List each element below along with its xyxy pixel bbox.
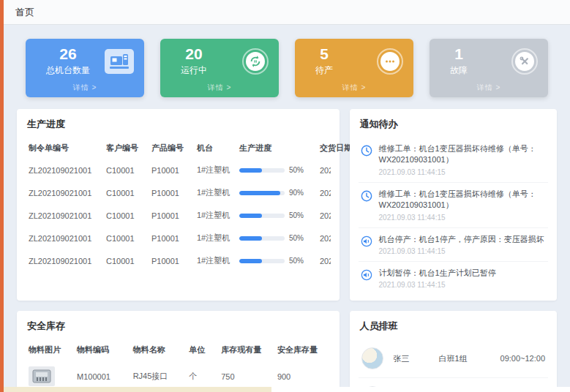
waiting-label: 待产 — [315, 64, 333, 77]
progress-bar — [239, 259, 285, 263]
stat-card-fault-figures: 1 故障 — [450, 45, 468, 77]
progress-label: 50% — [289, 234, 304, 242]
cell-product-no: P10001 — [149, 227, 194, 249]
background-window-strip — [4, 387, 271, 392]
progress-bar — [239, 214, 285, 218]
notification-body: 维修工单：机台1变压器损坏待维修（单号：WX202109031001） 2021… — [379, 189, 547, 222]
cell-delivery-date: 2021-09-10 — [317, 204, 331, 227]
header-safety-qty: 安全库存量 — [274, 339, 331, 361]
production-progress-panel: 生产进度 制令单编号 客户编号 产品编号 机台 生产进度 交货日期 ZL2021… — [17, 109, 340, 301]
safety-inventory-title: 安全库存 — [26, 318, 331, 339]
progress-bar — [239, 168, 285, 173]
fault-label: 故障 — [450, 64, 468, 77]
header-material-code: 物料编码 — [74, 339, 130, 361]
cell-unit: 个 — [186, 361, 218, 387]
notification-time: 2021.09.03 11:44:15 — [379, 168, 547, 176]
total-machines-detail-link[interactable]: 详情 > — [36, 83, 134, 93]
total-machines-value: 26 — [59, 45, 76, 62]
progress-label: 50% — [289, 211, 304, 219]
cell-progress: 50% — [236, 159, 317, 181]
cell-delivery-date: 2021-09-10 — [317, 159, 331, 181]
cell-customer-no: C10001 — [103, 227, 149, 249]
notification-item[interactable]: 维修工单：机台1变压器损坏待维修（单号：WX202109031001） 2021… — [359, 137, 548, 183]
notification-text: 维修工单：机台1变压器损坏待维修（单号：WX202109031001） — [379, 143, 547, 166]
notification-item[interactable]: 计划暂停：机台1生产计划已暂停 2021.09.03 11:44:15 — [359, 262, 548, 295]
cell-order-no: ZL202109021001 — [26, 249, 103, 272]
header-order-no: 制令单编号 — [26, 137, 103, 159]
inventory-row: M100001 RJ45接口 个 750 900 — [26, 361, 331, 387]
clock-icon — [360, 189, 373, 203]
stat-card-waiting-main: 5 待产 — [305, 45, 403, 77]
header-stock-qty: 库存现有量 — [218, 339, 274, 361]
avatar — [361, 347, 383, 369]
waiting-value: 5 — [320, 45, 329, 62]
window-accent-strip — [0, 0, 4, 392]
stat-card-fault-main: 1 故障 — [440, 45, 538, 77]
notification-time: 2021.09.03 11:44:15 — [379, 214, 547, 222]
header-delivery-date: 交货日期 — [317, 137, 331, 159]
fault-detail-link[interactable]: 详情 > — [440, 83, 538, 93]
page-title: 首页 — [15, 6, 34, 19]
notification-text: 维修工单：机台1变压器损坏待维修（单号：WX202109031001） — [379, 189, 547, 211]
cell-order-no: ZL202109021001 — [26, 204, 103, 227]
production-row: ZL202109021001 C10001 P10001 1#注塑机 50% 2… — [26, 227, 331, 249]
staff-schedule-title: 人员排班 — [359, 318, 548, 339]
staff-schedule-panel: 人员排班 张三 白班1组 09:00~12:00 李四 白班2组 12:00~1… — [350, 311, 557, 387]
progress-bar — [239, 236, 285, 241]
stat-card-running-figures: 20 运行中 — [181, 45, 207, 77]
cell-material-code: M100001 — [74, 361, 130, 387]
cell-material-name: RJ45接口 — [130, 361, 187, 387]
cell-material-image — [26, 361, 74, 387]
notifications-title: 通知待办 — [359, 116, 548, 137]
cell-safety-qty: 900 — [274, 361, 331, 387]
cell-machine: 1#注塑机 — [194, 181, 236, 204]
notifications-panel: 通知待办 维修工单：机台1变压器损坏待维修（单号：WX202109031001）… — [350, 109, 557, 301]
running-detail-link[interactable]: 详情 > — [170, 83, 269, 93]
background-window-strip-right — [271, 387, 570, 392]
more-dots-icon — [377, 48, 403, 75]
stat-card-running[interactable]: 20 运行中 详情 > — [160, 39, 279, 97]
stat-cards-row: 26 总机台数量 详情 > — [26, 39, 548, 97]
progress-label: 90% — [289, 189, 304, 197]
cell-customer-no: C10001 — [103, 249, 149, 272]
production-row: ZL202109021001 C10001 P10001 1#注塑机 50% 2… — [26, 159, 331, 181]
notification-item[interactable]: 维修工单：机台1变压器损坏待维修（单号：WX202109031001） 2021… — [359, 183, 548, 228]
cell-product-no: P10001 — [149, 181, 194, 204]
header-material-name: 物料名称 — [130, 339, 187, 361]
cell-stock-qty: 750 — [218, 361, 274, 387]
notification-time: 2021.09.03 11:44:15 — [379, 247, 544, 255]
cell-product-no: P10001 — [149, 159, 194, 181]
stat-card-waiting[interactable]: 5 待产 详情 > — [295, 39, 413, 97]
cell-progress: 50% — [236, 204, 317, 227]
inventory-table-header: 物料图片 物料编码 物料名称 单位 库存现有量 安全库存量 — [26, 339, 331, 361]
running-value: 20 — [185, 45, 202, 62]
stat-card-total-figures: 26 总机台数量 — [46, 45, 90, 77]
cell-customer-no: C10001 — [103, 204, 149, 227]
progress-bar — [239, 191, 285, 195]
cell-progress: 50% — [236, 249, 317, 272]
stat-card-waiting-figures: 5 待产 — [315, 45, 333, 77]
cell-machine: 1#注塑机 — [194, 249, 236, 272]
header-progress: 生产进度 — [236, 137, 317, 159]
cell-machine: 1#注塑机 — [194, 204, 236, 227]
stat-card-fault[interactable]: 1 故障 详情 > — [430, 39, 548, 97]
production-row: ZL202109021001 C10001 P10001 1#注塑机 90% 2… — [26, 181, 331, 204]
notification-text: 计划暂停：机台1生产计划已暂停 — [379, 268, 496, 279]
notification-item[interactable]: 机台停产：机台1停产，停产原因：变压器损坏 2021.09.03 11:44:1… — [359, 228, 548, 262]
progress-label: 50% — [289, 257, 304, 265]
cell-order-no: ZL202109021001 — [26, 159, 103, 181]
stat-card-total-machines[interactable]: 26 总机台数量 详情 > — [26, 39, 144, 97]
waiting-detail-link[interactable]: 详情 > — [305, 83, 403, 93]
production-row: ZL202109021001 C10001 P10001 1#注塑机 50% 2… — [26, 204, 331, 227]
stat-card-running-main: 20 运行中 — [170, 45, 269, 77]
panels-grid: 生产进度 制令单编号 客户编号 产品编号 机台 生产进度 交货日期 ZL2021… — [17, 109, 557, 387]
cell-product-no: P10001 — [149, 249, 194, 272]
notification-time: 2021.09.03 11:44:15 — [379, 281, 496, 289]
speaker-icon — [360, 235, 373, 248]
staff-row: 李四 白班2组 12:00~16:00 — [359, 378, 548, 387]
cell-machine: 1#注塑机 — [194, 159, 236, 181]
notification-body: 维修工单：机台1变压器损坏待维修（单号：WX202109031001） 2021… — [379, 143, 547, 176]
notification-body: 机台停产：机台1停产，停产原因：变压器损坏 2021.09.03 11:44:1… — [379, 234, 544, 255]
cell-customer-no: C10001 — [103, 159, 149, 181]
top-bar: 首页 — [4, 0, 570, 25]
